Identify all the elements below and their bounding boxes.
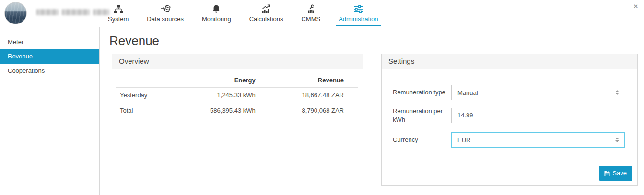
overview-table: Energy Revenue Yesterday 1,245.33 kWh 18… — [116, 73, 358, 118]
sidebar-item-revenue[interactable]: Revenue — [0, 49, 99, 64]
row-energy-value: 1,245.33 kWh — [173, 88, 257, 103]
overview-table-wrap: Energy Revenue Yesterday 1,245.33 kWh 18… — [112, 69, 363, 118]
field-remuneration-per-kwh: Remuneration per kWh — [393, 107, 625, 124]
row-revenue-value: 18,667.48 ZAR — [257, 88, 358, 103]
close-icon[interactable]: × — [632, 2, 640, 10]
chevron-updown-icon — [615, 90, 619, 95]
table-header-row: Energy Revenue — [116, 73, 358, 88]
settings-form: Remuneration type Manual Remuneration pe… — [382, 69, 637, 186]
currency-label: Currency — [393, 136, 451, 144]
data-sources-icon — [160, 4, 171, 14]
nav-item-label: Calculations — [249, 15, 283, 23]
remuneration-type-select[interactable]: Manual — [451, 85, 625, 100]
row-energy-value: 586,395.43 kWh — [173, 103, 257, 118]
col-header-energy: Energy — [173, 73, 257, 88]
overview-panel-title: Overview — [112, 54, 363, 69]
cmms-icon — [305, 4, 316, 14]
nav-item-label: Administration — [339, 15, 378, 23]
sidebar: Meter Revenue Cooperations — [0, 27, 100, 195]
calculations-icon — [261, 4, 271, 14]
sidebar-item-meter[interactable]: Meter — [0, 35, 99, 49]
row-revenue-value: 8,790,068 ZAR — [257, 103, 358, 118]
currency-select[interactable]: EUR — [451, 132, 625, 148]
top-navbar: System Data sources — [0, 0, 644, 26]
col-header-revenue: Revenue — [257, 73, 358, 88]
administration-icon — [353, 4, 363, 14]
nav-item-label: Data sources — [147, 15, 184, 23]
table-row: Yesterday 1,245.33 kWh 18,667.48 ZAR — [116, 88, 358, 103]
plant-name-redacted — [36, 9, 109, 15]
field-currency: Currency EUR — [393, 132, 625, 148]
table-row: Total 586,395.43 kWh 8,790,068 ZAR — [116, 103, 358, 118]
chevron-updown-icon — [615, 138, 619, 142]
nav-item-label: CMMS — [301, 15, 320, 23]
settings-panel-title: Settings — [382, 54, 637, 69]
plant-avatar[interactable] — [4, 2, 27, 24]
remuneration-per-kwh-input[interactable] — [451, 108, 625, 123]
save-button[interactable]: Save — [599, 166, 632, 181]
remuneration-per-kwh-label: Remuneration per kWh — [393, 107, 451, 124]
nav-item-cmms[interactable]: CMMS — [298, 0, 323, 26]
app-window: System Data sources — [0, 0, 644, 195]
row-label: Yesterday — [116, 88, 173, 103]
save-icon — [604, 170, 610, 177]
settings-panel: Settings Remuneration type Manual Remune… — [381, 54, 638, 186]
nav-item-label: System — [108, 15, 129, 23]
nav-item-label: Monitoring — [202, 15, 231, 23]
page-title: Revenue — [109, 34, 159, 48]
nav-item-calculations[interactable]: Calculations — [246, 0, 286, 26]
nav-item-monitoring[interactable]: Monitoring — [199, 0, 234, 26]
remuneration-type-value: Manual — [457, 89, 478, 96]
save-button-label: Save — [612, 170, 627, 177]
row-label: Total — [116, 103, 173, 118]
col-header-blank — [116, 73, 173, 88]
remuneration-type-label: Remuneration type — [393, 88, 451, 97]
nav-item-administration[interactable]: Administration — [336, 0, 381, 26]
overview-panel: Overview Energy Revenue Yesterday 1,245.… — [112, 54, 363, 122]
nav-item-data-sources[interactable]: Data sources — [144, 0, 187, 26]
currency-value: EUR — [457, 137, 470, 144]
field-remuneration-type: Remuneration type Manual — [393, 85, 625, 100]
sidebar-item-cooperations[interactable]: Cooperations — [0, 64, 99, 78]
main-nav: System Data sources — [105, 0, 381, 26]
monitoring-icon — [211, 4, 221, 14]
system-icon — [114, 4, 123, 14]
nav-item-system[interactable]: System — [105, 0, 131, 26]
